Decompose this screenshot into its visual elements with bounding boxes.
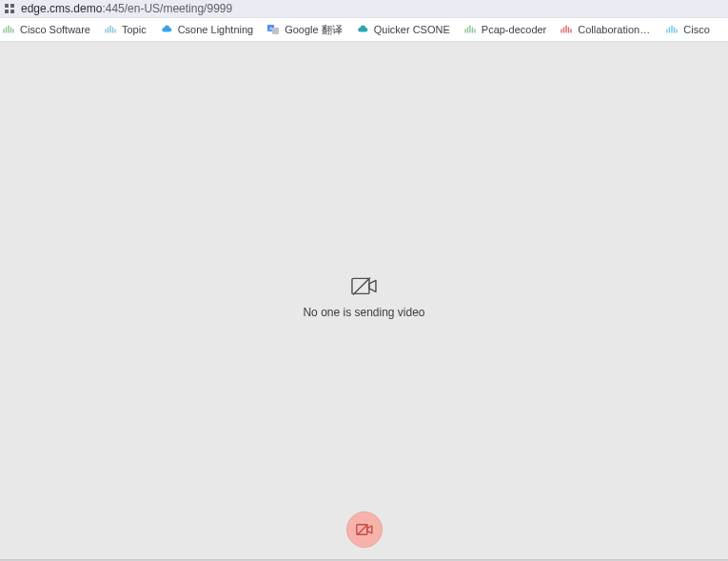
svg-rect-0 — [5, 4, 9, 8]
bookmark-pcap-decoder[interactable]: Pcap-decoder — [463, 23, 547, 36]
bookmark-label: Google 翻译 — [285, 23, 343, 37]
bridge-icon — [463, 23, 477, 36]
bridge-icon — [665, 23, 679, 36]
translate-icon: A — [266, 23, 280, 36]
bridge-icon — [2, 23, 15, 36]
camera-off-icon — [356, 523, 373, 536]
bookmark-label: Quicker CSONE — [374, 24, 450, 35]
bookmark-google-translate[interactable]: A Google 翻译 — [266, 23, 343, 37]
url-host: edge.cms.demo — [21, 2, 102, 15]
camera-off-icon — [351, 275, 378, 296]
bookmark-label: Cisco Software — [20, 24, 90, 35]
bridge-icon — [560, 23, 573, 36]
bookmark-quicker-csone[interactable]: Quicker CSONE — [356, 23, 450, 36]
svg-rect-3 — [10, 10, 14, 13]
site-settings-icon[interactable] — [4, 3, 15, 14]
bookmarks-bar: Cisco Software Topic Csone Lightning A G… — [0, 18, 728, 42]
url-path: :445/en-US/meeting/9999 — [102, 2, 232, 15]
bookmark-label: Pcap-decoder — [482, 24, 547, 35]
svg-rect-2 — [5, 10, 9, 13]
cloud-icon — [356, 23, 369, 36]
no-video-text: No one is sending video — [303, 306, 424, 319]
meeting-video-area: No one is sending video — [0, 42, 728, 561]
bookmark-label: Csone Lightning — [178, 24, 254, 35]
bookmark-label: Cisco — [683, 24, 710, 35]
no-video-placeholder: No one is sending video — [303, 275, 424, 319]
bookmark-collaboration-solutions[interactable]: Collaboration Solu… — [560, 23, 652, 36]
bookmark-label: Collaboration Solu… — [578, 24, 652, 35]
url-display[interactable]: edge.cms.demo:445/en-US/meeting/9999 — [21, 2, 232, 15]
cloud-icon — [160, 23, 173, 36]
bookmark-topic[interactable]: Topic — [104, 23, 147, 36]
svg-line-35 — [357, 525, 367, 535]
camera-toggle-button[interactable] — [346, 511, 383, 548]
address-bar: edge.cms.demo:445/en-US/meeting/9999 — [0, 0, 728, 18]
bookmark-cisco[interactable]: Cisco — [665, 23, 710, 36]
svg-rect-15 — [272, 28, 279, 34]
bookmark-label: Topic — [122, 24, 147, 35]
svg-line-33 — [353, 277, 370, 294]
bookmark-cisco-software[interactable]: Cisco Software — [2, 23, 90, 36]
svg-rect-1 — [10, 4, 14, 8]
bridge-icon — [104, 23, 117, 36]
bookmark-csone-lightning[interactable]: Csone Lightning — [160, 23, 254, 36]
